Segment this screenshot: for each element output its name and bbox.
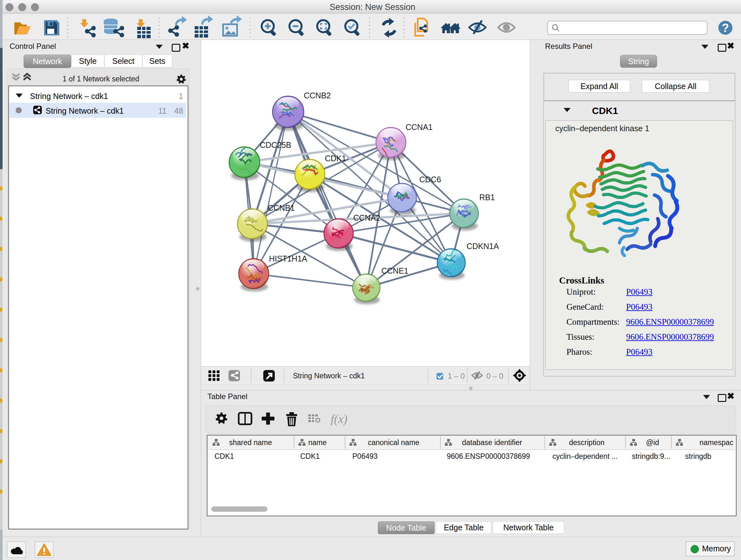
svg-text:CCNE1: CCNE1 <box>381 266 408 275</box>
svg-text:CCNB2: CCNB2 <box>304 91 331 100</box>
svg-text:CDC6: CDC6 <box>419 175 441 184</box>
svg-text:RB1: RB1 <box>479 193 495 202</box>
svg-text:CCNA2: CCNA2 <box>353 213 381 222</box>
svg-text:CDC25B: CDC25B <box>260 140 291 149</box>
svg-text:CDK1: CDK1 <box>325 154 346 163</box>
svg-text:?: ? <box>722 21 729 35</box>
svg-text:f(x): f(x) <box>331 412 347 426</box>
svg-text:HIST1H1A: HIST1H1A <box>269 254 307 263</box>
svg-text:CCNB1: CCNB1 <box>268 203 295 212</box>
svg-text:1 – 0: 1 – 0 <box>448 372 465 380</box>
svg-text:0 – 0: 0 – 0 <box>486 372 503 380</box>
svg-text:CCNA1: CCNA1 <box>406 123 433 132</box>
svg-text:CDKN1A: CDKN1A <box>467 242 499 251</box>
